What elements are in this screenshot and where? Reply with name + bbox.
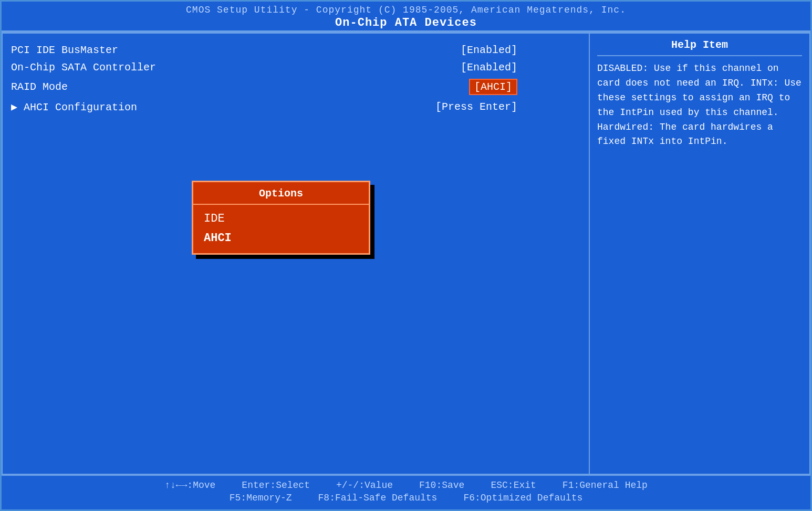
footer-select: Enter:Select — [242, 480, 310, 491]
footer-exit: ESC:Exit — [491, 480, 536, 491]
top-header: CMOS Setup Utility - Copyright (C) 1985-… — [2, 2, 810, 32]
setting-value-ahci: [Press Enter] — [435, 101, 517, 113]
footer-save: F10:Save — [419, 480, 464, 491]
option-ide[interactable]: IDE — [193, 209, 369, 228]
footer-row-2: F5:Memory-Z F8:Fail-Safe Defaults F6:Opt… — [12, 493, 800, 503]
screen-title: On-Chip ATA Devices — [2, 16, 810, 29]
help-panel-text: DISABLED: Use if this channel on card do… — [597, 61, 802, 149]
help-panel: Help Item DISABLED: Use if this channel … — [590, 33, 810, 475]
options-popup: Options IDE AHCI — [192, 181, 370, 255]
setting-label-raid: RAID Mode — [11, 81, 68, 93]
settings-panel: PCI IDE BusMaster [Enabled] On-Chip SATA… — [2, 33, 590, 475]
footer: ↑↓←→:Move Enter:Select +/-/:Value F10:Sa… — [2, 475, 810, 509]
setting-row-raid[interactable]: RAID Mode [AHCI] — [11, 79, 580, 95]
footer-help: F1:General Help — [563, 480, 648, 491]
copyright-text: CMOS Setup Utility - Copyright (C) 1985-… — [2, 5, 810, 15]
setting-row-ahci[interactable]: AHCI Configuration [Press Enter] — [11, 100, 580, 113]
bios-screen: CMOS Setup Utility - Copyright (C) 1985-… — [0, 0, 812, 511]
setting-row-pci[interactable]: PCI IDE BusMaster [Enabled] — [11, 44, 580, 56]
setting-value-raid: [AHCI] — [469, 79, 517, 95]
help-text-content: DISABLED: Use if this channel on card do… — [597, 63, 801, 147]
footer-failsafe: F8:Fail-Safe Defaults — [318, 493, 438, 503]
setting-value-pci: [Enabled] — [461, 44, 517, 56]
options-popup-title: Options — [193, 187, 369, 200]
help-panel-title: Help Item — [597, 39, 802, 56]
footer-value: +/-/:Value — [336, 480, 393, 491]
footer-row-1: ↑↓←→:Move Enter:Select +/-/:Value F10:Sa… — [12, 480, 800, 491]
footer-memory: F5:Memory-Z — [230, 493, 292, 503]
footer-optimized: F6:Optimized Defaults — [463, 493, 582, 503]
footer-move: ↑↓←→:Move — [164, 480, 215, 491]
setting-row-sata[interactable]: On-Chip SATA Controller [Enabled] — [11, 61, 580, 74]
main-content: PCI IDE BusMaster [Enabled] On-Chip SATA… — [2, 32, 810, 475]
option-ahci[interactable]: AHCI — [193, 228, 369, 248]
setting-value-sata: [Enabled] — [461, 61, 517, 74]
setting-label-ahci: AHCI Configuration — [11, 100, 137, 113]
setting-label-pci: PCI IDE BusMaster — [11, 44, 118, 56]
options-divider — [193, 204, 369, 205]
setting-label-sata: On-Chip SATA Controller — [11, 61, 156, 74]
